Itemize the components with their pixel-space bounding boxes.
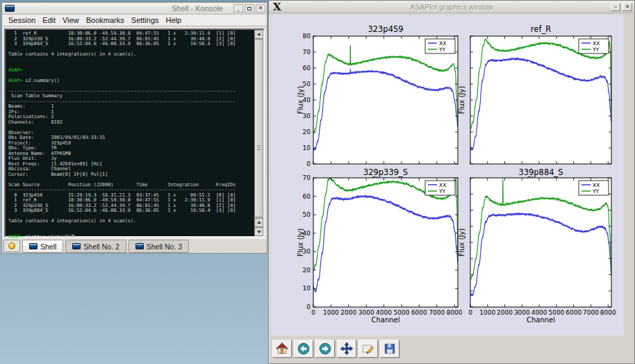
- svg-text:8000: 8000: [600, 309, 616, 316]
- svg-text:YY: YY: [438, 47, 446, 53]
- svg-text:YY: YY: [592, 47, 600, 53]
- svg-text:4000: 4000: [531, 309, 547, 316]
- plot-minimize-button[interactable]: –: [611, 3, 620, 11]
- menu-view[interactable]: View: [59, 15, 83, 25]
- asaplot-window: X ASAPlot graphics window – ✕ 0102030405…: [268, 0, 635, 364]
- svg-text:XX: XX: [439, 40, 446, 47]
- terminal[interactable]: 1 ref_R 18:30:06.0 -49.59.30.0 04:47:55 …: [4, 28, 265, 238]
- svg-text:ref_R: ref_R: [531, 24, 551, 34]
- new-session-button[interactable]: [3, 240, 20, 252]
- home-icon: [275, 342, 289, 356]
- svg-text:YY: YY: [592, 188, 600, 195]
- svg-text:0: 0: [306, 304, 311, 311]
- scroll-up-button[interactable]: [254, 30, 263, 39]
- svg-text:8000: 8000: [447, 309, 463, 316]
- plot-titlebar[interactable]: X ASAPlot graphics window – ✕: [269, 1, 634, 13]
- svg-text:6000: 6000: [411, 309, 427, 316]
- konsole-window-icon: [5, 5, 15, 12]
- plot-canvas: 01020304050607080Flux (Jy)ChannelXXYYFlu…: [271, 15, 624, 336]
- svg-text:1000: 1000: [323, 309, 339, 316]
- menu-settings[interactable]: Settings: [128, 15, 163, 25]
- menu-help[interactable]: Help: [163, 15, 185, 25]
- svg-text:0: 0: [468, 309, 472, 316]
- subplots-button[interactable]: [358, 340, 378, 358]
- svg-text:70: 70: [303, 49, 311, 56]
- konsole-menubar: Session Edit View Bookmarks Settings Hel…: [2, 15, 267, 26]
- arrow-up-icon: [257, 221, 261, 224]
- arrow-down-icon: [257, 231, 261, 233]
- svg-text:60: 60: [303, 65, 311, 72]
- plot-window-title: ASAPlot graphics window: [269, 3, 634, 11]
- svg-text:7000: 7000: [429, 309, 445, 316]
- shell-icon: [72, 243, 81, 249]
- konsole-title: Shell - Konsole: [172, 4, 223, 13]
- svg-text:3000: 3000: [514, 309, 530, 316]
- scroll-slider[interactable]: [254, 39, 263, 217]
- svg-text:2000: 2000: [497, 309, 513, 316]
- menu-bookmarks[interactable]: Bookmarks: [83, 15, 128, 25]
- pan-button[interactable]: [337, 340, 356, 358]
- forward-button[interactable]: [315, 340, 335, 358]
- svg-text:Channel: Channel: [371, 316, 399, 324]
- svg-text:Flux (Jy): Flux (Jy): [297, 86, 304, 115]
- arrow-up-icon: [257, 33, 261, 35]
- tab-shell-2[interactable]: Shell No. 2: [65, 240, 126, 253]
- svg-text:4000: 4000: [376, 309, 392, 316]
- back-button[interactable]: [294, 340, 313, 358]
- svg-text:20: 20: [303, 267, 311, 274]
- svg-text:Flux (Jy): Flux (Jy): [297, 229, 304, 257]
- svg-text:5000: 5000: [394, 309, 410, 316]
- maximize-icon: [247, 7, 251, 10]
- svg-text:2000: 2000: [340, 309, 356, 316]
- terminal-text: 1 ref_R 18:30:06.0 -49.59.30.0 04:47:55 …: [8, 31, 236, 240]
- new-session-icon: [8, 242, 15, 249]
- edit-subplots-icon: [361, 342, 375, 356]
- chart-svg: 01020304050607080Flux (Jy)ChannelXXYYFlu…: [271, 15, 624, 336]
- svg-text:70: 70: [303, 174, 311, 181]
- tab-shell-label: Shell: [40, 242, 56, 251]
- menu-edit[interactable]: Edit: [39, 15, 59, 25]
- home-button[interactable]: [272, 340, 292, 358]
- svg-text:323p459: 323p459: [368, 24, 403, 34]
- menu-session[interactable]: Session: [5, 15, 39, 25]
- scroll-down-button[interactable]: [254, 227, 263, 236]
- svg-text:XX: XX: [439, 182, 446, 188]
- svg-text:80: 80: [303, 33, 311, 40]
- slider-grip: [257, 149, 261, 150]
- svg-text:3000: 3000: [358, 309, 374, 316]
- desktop: Shell - Konsole _ ✕ Session Edit View Bo…: [0, 0, 635, 364]
- back-arrow-icon: [297, 342, 311, 356]
- konsole-window: Shell - Konsole _ ✕ Session Edit View Bo…: [1, 2, 267, 254]
- svg-text:0: 0: [311, 309, 315, 316]
- svg-text:XX: XX: [593, 182, 600, 188]
- plot-close-button[interactable]: ✕: [622, 3, 632, 11]
- svg-text:7000: 7000: [583, 309, 599, 316]
- svg-text:Channel: Channel: [527, 316, 555, 324]
- shell-icon: [135, 243, 144, 249]
- plot-body: 01020304050607080Flux (Jy)ChannelXXYYFlu…: [270, 13, 634, 363]
- svg-text:5000: 5000: [548, 309, 564, 316]
- close-button[interactable]: ✕: [256, 4, 265, 13]
- move-cross-icon: [340, 342, 354, 356]
- svg-text:YY: YY: [438, 188, 446, 195]
- svg-text:1000: 1000: [479, 309, 495, 316]
- svg-text:6000: 6000: [566, 309, 582, 316]
- save-button[interactable]: [380, 340, 399, 358]
- shell-icon: [29, 243, 38, 249]
- svg-text:339p884_S: 339p884_S: [518, 167, 563, 177]
- svg-text:Flux (Jy): Flux (Jy): [458, 229, 465, 257]
- maximize-button[interactable]: [245, 4, 254, 13]
- svg-text:Flux (Jy): Flux (Jy): [458, 86, 465, 115]
- svg-text:329p339_S: 329p339_S: [363, 167, 408, 177]
- minimize-button[interactable]: _: [233, 4, 243, 13]
- tab-shell-3-label: Shell No. 3: [147, 242, 182, 251]
- tab-shell[interactable]: Shell: [22, 240, 63, 253]
- svg-text:10: 10: [303, 285, 311, 292]
- scroll-up-button-bottom[interactable]: [254, 218, 263, 227]
- konsole-titlebar[interactable]: Shell - Konsole _ ✕: [2, 3, 267, 15]
- plot-toolbar: [272, 340, 399, 358]
- svg-text:20: 20: [303, 129, 311, 135]
- svg-text:10: 10: [303, 144, 311, 151]
- terminal-scrollbar[interactable]: [254, 30, 263, 236]
- tab-shell-3[interactable]: Shell No. 3: [129, 240, 189, 253]
